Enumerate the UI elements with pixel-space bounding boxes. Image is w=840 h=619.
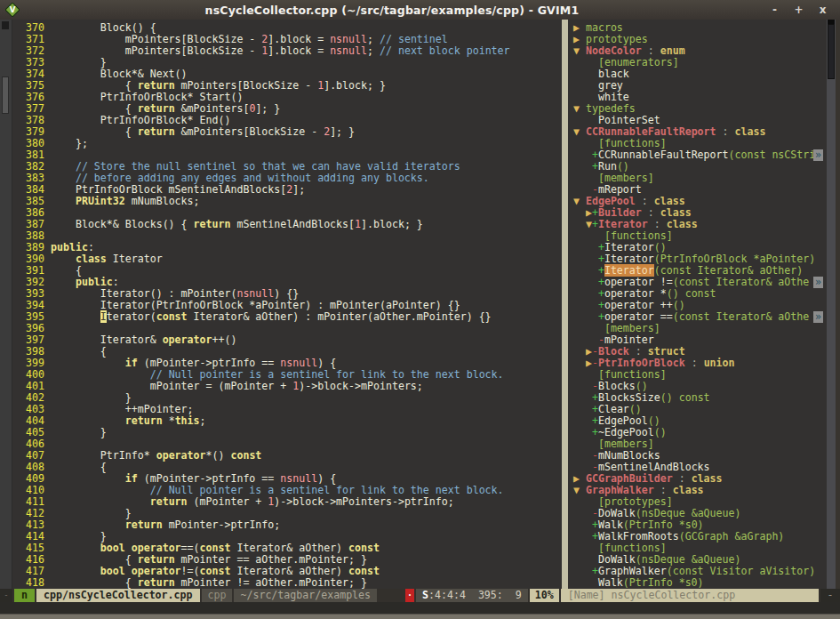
truncation-marker: » bbox=[813, 311, 823, 323]
code-line[interactable]: 395 Iterator(const Iterator& aOther) : m… bbox=[12, 311, 562, 323]
close-button[interactable]: x bbox=[811, 4, 835, 16]
code-area[interactable]: 370 Block() {371 mPointers[BlockSize - 2… bbox=[12, 20, 562, 589]
line-number: 418 bbox=[12, 577, 44, 589]
current-file-segment[interactable]: cpp/nsCycleCollector.cpp bbox=[36, 589, 200, 602]
tagbar-row[interactable]: Walk(PtrInfo *s0) bbox=[573, 577, 827, 589]
code-line[interactable]: 387 Block*& Blocks() { return mSentinelA… bbox=[12, 219, 562, 230]
tagbar-scrollbar[interactable] bbox=[827, 20, 836, 589]
svg-text:V: V bbox=[10, 5, 16, 14]
gvim-window: V nsCycleCollector.cpp (~/src/tagbar/exa… bbox=[0, 0, 840, 619]
titlebar: V nsCycleCollector.cpp (~/src/tagbar/exa… bbox=[0, 0, 840, 20]
left-scrollbar-top-cap bbox=[2, 21, 9, 29]
truncation-marker: » bbox=[813, 149, 823, 161]
tagbar-scrollbar-thumb[interactable] bbox=[828, 24, 835, 79]
command-line[interactable] bbox=[0, 602, 840, 614]
mode-indicator: n bbox=[14, 589, 35, 602]
code-line[interactable]: 388 bbox=[12, 230, 562, 242]
statusline: - n cpp/nsCycleCollector.cpp cpp ~/src/t… bbox=[0, 589, 840, 602]
buffer-name-segment: [Name] nsCycleCollector.cpp bbox=[561, 589, 819, 602]
window-frame-edge bbox=[836, 20, 840, 589]
statusline-corner: - bbox=[0, 589, 12, 602]
position-label: S bbox=[422, 589, 428, 601]
window-title: nsCycleCollector.cpp (~/src/tagbar/examp… bbox=[21, 4, 763, 17]
working-directory-segment: ~/src/tagbar/examples bbox=[234, 589, 377, 602]
scroll-percent: 10% bbox=[530, 589, 559, 602]
code-line[interactable]: 385 PRUint32 mNumBlocks; bbox=[12, 196, 562, 207]
modified-flag-badge: · bbox=[405, 589, 414, 602]
code-line[interactable]: 380 }; bbox=[12, 138, 562, 149]
left-scrollbar-thumb[interactable] bbox=[2, 76, 9, 114]
code-line[interactable]: 405 } bbox=[12, 427, 562, 438]
filetype-segment: cpp bbox=[202, 589, 233, 602]
code-line[interactable]: 418 { return mPointer != aOther.mPointer… bbox=[12, 577, 562, 589]
code-line[interactable]: 390 class Iterator bbox=[12, 253, 562, 265]
truncation-marker: » bbox=[813, 277, 823, 288]
statusline-fill bbox=[379, 589, 404, 602]
editor-main: 370 Block() {371 mPointers[BlockSize - 2… bbox=[0, 20, 840, 589]
minimize-button[interactable]: - bbox=[763, 4, 787, 16]
code-line[interactable]: 379 { return &mPointers[BlockSize - 2]; … bbox=[12, 126, 562, 138]
vim-logo-icon: V bbox=[4, 3, 21, 17]
position-value: :4:4:4 395: 9 bbox=[428, 589, 522, 601]
window-bottom-edge bbox=[0, 614, 840, 619]
window-controls: - + x bbox=[763, 4, 835, 16]
tagbar-rows: ▶ macros▶ prototypes▼ NodeColor : enum [… bbox=[568, 20, 827, 589]
left-scrollbar[interactable] bbox=[0, 20, 12, 589]
statusline-end: - bbox=[820, 589, 840, 602]
maximize-button[interactable]: + bbox=[787, 4, 811, 16]
cursor-position-segment: S:4:4:4 395: 9 bbox=[416, 589, 528, 602]
vertical-split-handle[interactable] bbox=[562, 20, 568, 589]
